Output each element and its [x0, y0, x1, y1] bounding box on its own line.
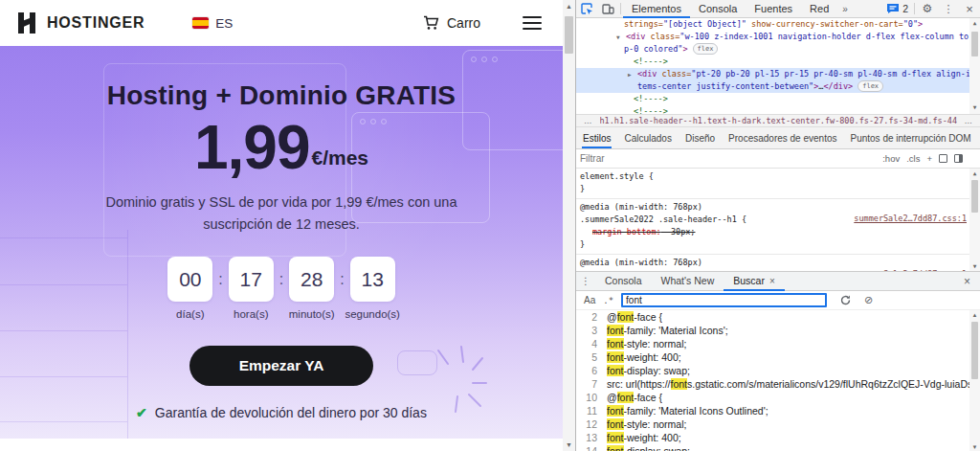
dom-comment-node[interactable]: <!---->	[576, 105, 980, 114]
drawer-tab-whats-new[interactable]: What's New	[652, 272, 724, 291]
toggle-hover-state[interactable]: :hov	[882, 153, 900, 164]
toggle-element-classes[interactable]: .cls	[906, 153, 920, 164]
language-selector[interactable]: ES	[192, 16, 233, 31]
stylesheet-source-link[interactable]: summerSale2…7dd87.css:1	[854, 214, 967, 223]
search-result-row[interactable]: 6font-display: swap;	[576, 364, 980, 377]
drawer-close-icon[interactable]: ×	[954, 275, 980, 288]
styles-scrollbar[interactable]: ▲ ▼	[969, 169, 980, 271]
css-rule-overridden[interactable]: @media (min-width: 768px) .summerSale202…	[576, 199, 980, 255]
close-tab-icon[interactable]: ×	[769, 276, 775, 286]
breadcrumb-overflow[interactable]: …	[576, 116, 600, 125]
tab-red[interactable]: Red	[801, 0, 837, 18]
cart-button[interactable]: Carro	[423, 15, 480, 31]
dom-node-nav-div[interactable]: ▼<div class="w-100 z-index-1001 navigati…	[576, 31, 980, 43]
search-result-row[interactable]: 2@font-face {	[576, 310, 980, 324]
flex-badge[interactable]: flex	[858, 80, 883, 92]
settings-gear-icon[interactable]: ⚙	[917, 0, 938, 17]
scrollbar-thumb[interactable]	[565, 16, 573, 54]
dom-comment-node[interactable]: <!---->	[576, 93, 980, 105]
scrollbar-thumb[interactable]	[971, 32, 978, 56]
cta-button[interactable]: Empezar YA	[189, 346, 374, 386]
search-result-row[interactable]: 12font-style: normal;	[576, 417, 980, 431]
hero-section: Hosting + Dominio GRATIS 1,99 €/mes Domi…	[0, 46, 563, 439]
search-result-row[interactable]: 5font-weight: 400;	[576, 350, 980, 364]
devtools-panel: Elementos Consola Fuentes Red » 2 ⚙ ⋮ ×	[575, 0, 980, 451]
devtools-close-icon[interactable]: ×	[959, 0, 980, 17]
css-property-overridden[interactable]: margin-bottom: -30px;	[580, 226, 976, 238]
scroll-up-arrow[interactable]: ▲	[969, 18, 980, 28]
issues-counter[interactable]: 2	[882, 3, 912, 14]
styles-filter-input[interactable]	[580, 153, 882, 164]
cart-label: Carro	[447, 15, 480, 31]
countdown-seconds: 13 segundo(s)	[350, 257, 395, 320]
breadcrumb-overflow[interactable]: …	[957, 116, 980, 125]
scroll-down-arrow[interactable]: ▼	[969, 102, 980, 112]
drawer-tabs: ⋮ Consola What's New Buscar× ×	[576, 272, 980, 291]
clear-search-icon[interactable]: ⊘	[864, 294, 873, 306]
inspect-element-icon[interactable]	[576, 0, 597, 17]
tab-elementos[interactable]: Elementos	[623, 0, 690, 18]
tab-puntos-interrupcion-dom[interactable]: Puntos de interrupción DOM	[843, 133, 977, 148]
site-header: HOSTINGER ES Carro	[0, 0, 563, 46]
scroll-up-arrow[interactable]: ▲	[969, 169, 980, 178]
dom-node-attributes[interactable]: strings="[object Object]" show-currency-…	[576, 18, 980, 31]
hero-description-line1: Dominio gratis y SSL de por vida por 1,9…	[0, 192, 563, 214]
dom-comment-node[interactable]: <!---->	[576, 56, 980, 68]
tab-fuentes[interactable]: Fuentes	[746, 0, 801, 18]
rendering-emulation-icon[interactable]	[939, 154, 947, 163]
search-result-row[interactable]: 10@font-face {	[576, 391, 980, 404]
refresh-search-icon[interactable]	[840, 295, 851, 305]
more-tabs-chevron[interactable]: »	[837, 4, 853, 14]
scroll-down-arrow[interactable]: ▼	[563, 439, 575, 451]
scroll-up-arrow[interactable]: ▲	[563, 0, 575, 12]
new-style-rule-button[interactable]: +	[926, 153, 932, 164]
toggle-sidebar-icon[interactable]	[954, 154, 963, 163]
dom-node-selected-wrap[interactable]: tems-center justify-content-between">…</…	[576, 80, 980, 93]
search-input[interactable]	[621, 293, 827, 307]
element-style-rule[interactable]: element.style { }	[576, 169, 980, 199]
search-result-row[interactable]: 3font-family: 'Material Icons';	[576, 324, 980, 337]
search-result-row[interactable]: 7src: url(https://fonts.gstatic.com/s/ma…	[576, 377, 980, 391]
drawer-menu-icon[interactable]: ⋮	[576, 276, 595, 286]
tab-procesadores-eventos[interactable]: Procesadores de eventos	[722, 133, 843, 148]
tab-calculados[interactable]: Calculados	[617, 133, 678, 148]
countdown-hours-value: 17	[229, 257, 274, 302]
hero-description-line2: suscripción de 12 meses.	[0, 214, 563, 236]
countdown-seconds-value: 13	[350, 257, 395, 302]
breadcrumb-node[interactable]: h1.h1.sale-header--h1.text-h-dark.text-c…	[600, 116, 957, 125]
collapse-arrow-icon[interactable]: ▶	[628, 68, 637, 80]
checkmark-icon: ✔	[136, 405, 147, 420]
countdown-colon: :	[279, 257, 283, 302]
scroll-up-arrow[interactable]: ▲	[969, 310, 980, 320]
flex-badge[interactable]: flex	[693, 43, 719, 55]
scrollbar-thumb[interactable]	[971, 180, 978, 213]
search-result-row[interactable]: 4font-style: normal;	[576, 337, 980, 350]
match-case-toggle[interactable]: Aa	[584, 295, 595, 305]
devtools-drawer: ⋮ Consola What's New Buscar× × Aa .* ⊘ 2…	[576, 271, 980, 451]
css-rule[interactable]: @media (min-width: 768px) .summerSale202…	[576, 255, 980, 271]
drawer-tab-consola[interactable]: Consola	[595, 272, 652, 291]
search-result-row[interactable]: 13font-weight: 400;	[576, 431, 980, 444]
expand-arrow-icon[interactable]: ▼	[616, 31, 626, 43]
drawer-tab-buscar[interactable]: Buscar×	[724, 272, 785, 291]
tab-diseno[interactable]: Diseño	[679, 133, 722, 148]
cart-icon	[423, 15, 439, 31]
regex-toggle[interactable]: .*	[603, 296, 613, 305]
scrollbar-thumb[interactable]	[971, 322, 978, 379]
dom-node-selected[interactable]: ▶<div class="pt-20 pb-20 pl-15 pr-15 pr-…	[576, 68, 980, 80]
tab-estilos[interactable]: Estilos	[576, 133, 617, 148]
hostinger-logo[interactable]: HOSTINGER	[15, 11, 145, 34]
tab-consola[interactable]: Consola	[690, 0, 746, 18]
hamburger-menu-icon[interactable]	[523, 16, 542, 30]
search-result-row[interactable]: 11font-family: 'Material Icons Outlined'…	[576, 404, 980, 417]
styles-sidebar-tabs: Estilos Calculados Diseño Procesadores d…	[576, 127, 980, 149]
scroll-down-arrow[interactable]: ▼	[969, 261, 980, 271]
scroll-down-arrow[interactable]: ▼	[969, 442, 980, 451]
device-toolbar-icon[interactable]	[597, 0, 618, 17]
elements-scrollbar[interactable]: ▲ ▼	[969, 18, 980, 114]
page-scrollbar[interactable]: ▲ ▼	[563, 0, 575, 451]
results-scrollbar[interactable]: ▲ ▼	[969, 310, 980, 451]
dom-node-nav-div-wrap[interactable]: p-0 colored">flex	[576, 43, 980, 56]
search-result-row[interactable]: 14font-display: swap;	[576, 444, 980, 451]
devtools-menu-icon[interactable]: ⋮	[938, 0, 959, 17]
